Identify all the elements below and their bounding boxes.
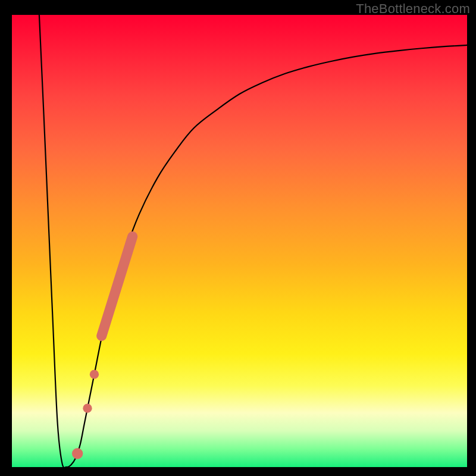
salmon-segment <box>102 236 133 336</box>
watermark-text: TheBottleneck.com <box>356 1 470 17</box>
salmon-dot-2 <box>83 404 92 413</box>
bottleneck-curve <box>39 15 467 468</box>
plot-area <box>12 15 467 467</box>
chart-frame: TheBottleneck.com <box>0 0 476 476</box>
curve-layer <box>39 15 467 468</box>
salmon-dot-3 <box>72 448 83 459</box>
curve-svg <box>12 15 467 467</box>
salmon-dot-1 <box>90 370 99 379</box>
marker-layer <box>72 236 133 459</box>
